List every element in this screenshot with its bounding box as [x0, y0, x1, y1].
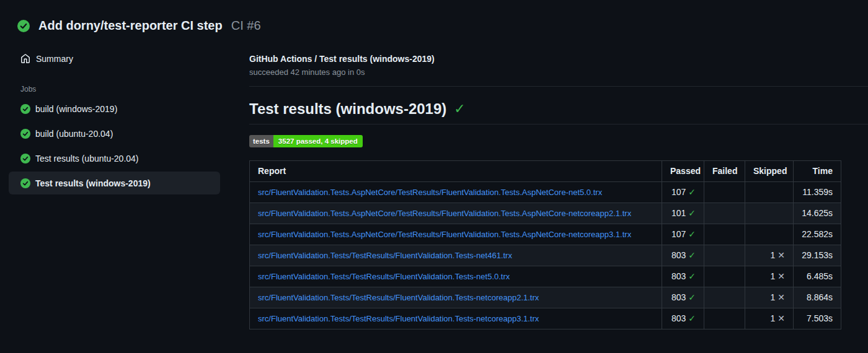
time-cell: 7.503s: [794, 308, 841, 329]
failed-cell: [704, 287, 745, 308]
failed-cell: [704, 245, 745, 266]
time-cell: 29.153s: [794, 245, 841, 266]
job-label: build (windows-2019): [35, 104, 117, 114]
check-circle-icon: [20, 129, 30, 139]
jobs-section-label: Jobs: [20, 85, 220, 94]
passed-cell: 803 ✓: [662, 287, 704, 308]
failed-cell: [704, 308, 745, 329]
report-link[interactable]: src/FluentValidation.Tests.AspNetCore/Te…: [258, 188, 602, 197]
skipped-cell: 1 ✕: [745, 287, 794, 308]
report-link[interactable]: src/FluentValidation.Tests.AspNetCore/Te…: [258, 209, 631, 218]
report-cell: src/FluentValidation.Tests/TestResults/F…: [250, 245, 662, 266]
skipped-cell: [745, 182, 794, 203]
job-label: Test results (windows-2019): [35, 178, 151, 188]
section-title: Test results (windows-2019): [249, 100, 446, 118]
skipped-cell: 1 ✕: [745, 245, 794, 266]
pass-check-icon: ✓: [688, 250, 696, 260]
check-circle-icon: [20, 178, 30, 188]
job-label: Test results (ubuntu-20.04): [35, 154, 139, 163]
skip-cross-icon: ✕: [777, 313, 785, 323]
time-cell: 11.359s: [794, 182, 841, 203]
skip-cross-icon: ✕: [777, 250, 785, 260]
sidebar: Summary Jobs build (windows-2019)build (…: [9, 48, 220, 194]
table-row: src/FluentValidation.Tests/TestResults/F…: [250, 245, 841, 266]
skip-cross-icon: ✕: [777, 292, 785, 302]
sidebar-item-job[interactable]: build (windows-2019): [9, 97, 220, 120]
run-title: Add dorny/test-reporter CI step: [38, 19, 223, 33]
report-cell: src/FluentValidation.Tests.AspNetCore/Te…: [250, 203, 662, 224]
failed-cell: [704, 203, 745, 224]
report-link[interactable]: src/FluentValidation.Tests/TestResults/F…: [258, 251, 512, 260]
jobs-list: build (windows-2019)build (ubuntu-20.04)…: [9, 97, 220, 194]
failed-cell: [704, 182, 745, 203]
column-header-failed: Failed: [704, 161, 745, 182]
sidebar-item-job[interactable]: build (ubuntu-20.04): [9, 122, 220, 145]
passed-cell: 803 ✓: [662, 245, 704, 266]
table-row: src/FluentValidation.Tests/TestResults/F…: [250, 287, 841, 308]
report-link[interactable]: src/FluentValidation.Tests/TestResults/F…: [258, 272, 510, 281]
tests-badge: tests 3527 passed, 4 skipped: [249, 135, 363, 147]
skipped-cell: 1 ✕: [745, 266, 794, 287]
report-link[interactable]: src/FluentValidation.Tests/TestResults/F…: [258, 314, 539, 323]
main-panel: GitHub Actions / Test results (windows-2…: [220, 48, 868, 329]
report-cell: src/FluentValidation.Tests/TestResults/F…: [250, 287, 662, 308]
passed-cell: 101 ✓: [662, 203, 704, 224]
sidebar-item-job[interactable]: Test results (windows-2019): [9, 172, 220, 194]
skipped-cell: [745, 203, 794, 224]
section-success-check-icon: ✓: [454, 100, 465, 118]
report-cell: src/FluentValidation.Tests.AspNetCore/Te…: [250, 182, 662, 203]
pass-check-icon: ✓: [688, 229, 696, 239]
table-header-row: Report Passed Failed Skipped Time: [250, 161, 841, 182]
table-row: src/FluentValidation.Tests.AspNetCore/Te…: [250, 203, 841, 224]
column-header-skipped: Skipped: [745, 161, 794, 182]
time-cell: 14.625s: [794, 203, 841, 224]
report-cell: src/FluentValidation.Tests.AspNetCore/Te…: [250, 224, 662, 245]
column-header-passed: Passed: [662, 161, 704, 182]
summary-label: Summary: [36, 54, 73, 64]
job-label: build (ubuntu-20.04): [35, 129, 113, 139]
pass-check-icon: ✓: [688, 292, 696, 302]
pass-check-icon: ✓: [688, 313, 696, 323]
passed-cell: 803 ✓: [662, 266, 704, 287]
sidebar-item-job[interactable]: Test results (ubuntu-20.04): [9, 147, 220, 170]
column-header-report: Report: [250, 161, 662, 182]
run-success-check-circle-icon: [17, 20, 30, 32]
failed-cell: [704, 266, 745, 287]
table-row: src/FluentValidation.Tests/TestResults/F…: [250, 266, 841, 287]
pass-check-icon: ✓: [688, 208, 696, 218]
home-icon: [20, 54, 30, 64]
section-head: Test results (windows-2019) ✓: [249, 100, 868, 118]
time-cell: 22.582s: [794, 224, 841, 245]
report-link[interactable]: src/FluentValidation.Tests/TestResults/F…: [258, 293, 539, 302]
time-cell: 6.485s: [794, 266, 841, 287]
passed-cell: 107 ✓: [662, 224, 704, 245]
skip-cross-icon: ✕: [777, 271, 785, 281]
table-row: src/FluentValidation.Tests.AspNetCore/Te…: [250, 182, 841, 203]
run-header: Add dorny/test-reporter CI step CI #6: [0, 0, 868, 33]
check-run-status: succeeded 42 minutes ago in 0s: [249, 68, 868, 77]
report-cell: src/FluentValidation.Tests/TestResults/F…: [250, 266, 662, 287]
table-row: src/FluentValidation.Tests/TestResults/F…: [250, 308, 841, 329]
sidebar-item-summary[interactable]: Summary: [9, 48, 220, 70]
pass-check-icon: ✓: [688, 187, 696, 197]
run-number: CI #6: [231, 19, 261, 33]
passed-cell: 803 ✓: [662, 308, 704, 329]
report-link[interactable]: src/FluentValidation.Tests.AspNetCore/Te…: [258, 230, 631, 239]
results-table: Report Passed Failed Skipped Time src/Fl…: [249, 160, 841, 329]
report-cell: src/FluentValidation.Tests/TestResults/F…: [250, 308, 662, 329]
check-run-title: GitHub Actions / Test results (windows-2…: [249, 54, 868, 64]
results-table-body: src/FluentValidation.Tests.AspNetCore/Te…: [250, 182, 841, 329]
check-circle-icon: [20, 154, 30, 163]
skipped-cell: [745, 224, 794, 245]
time-cell: 8.864s: [794, 287, 841, 308]
content: Summary Jobs build (windows-2019)build (…: [0, 48, 868, 329]
check-circle-icon: [20, 104, 30, 114]
pass-check-icon: ✓: [688, 271, 696, 281]
column-header-time: Time: [794, 161, 841, 182]
tests-badge-value: 3527 passed, 4 skipped: [273, 135, 363, 147]
divider: [249, 86, 868, 87]
divider: [249, 124, 868, 124]
passed-cell: 107 ✓: [662, 182, 704, 203]
tests-badge-label: tests: [249, 135, 273, 147]
skipped-cell: 1 ✕: [745, 308, 794, 329]
